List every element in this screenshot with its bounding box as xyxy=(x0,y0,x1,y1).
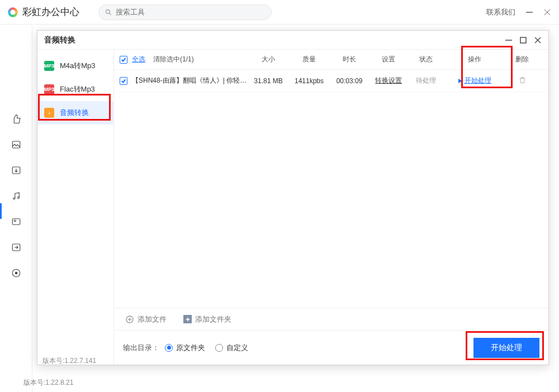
download-icon[interactable] xyxy=(11,165,21,175)
dialog-title: 音频转换 xyxy=(44,35,75,45)
audio-convert-dialog: 音频转换 MP3 M4a转Mp3 MP3 Flac转Mp3 ♪ 音频转换 xyxy=(37,30,549,365)
radio-custom-folder[interactable]: 自定义 xyxy=(215,343,248,353)
svg-rect-15 xyxy=(520,37,526,43)
empty-list-area xyxy=(114,92,548,308)
record-icon[interactable] xyxy=(11,268,21,278)
start-process-button[interactable]: 开始处理 xyxy=(473,338,539,358)
sidebar-item-m4a[interactable]: MP3 M4a转Mp3 xyxy=(37,54,113,78)
col-delete: 删除 xyxy=(505,55,539,64)
app-topbar: 彩虹办公中心 联系我们 xyxy=(0,0,559,25)
row-filename: 【SHN48-由蕗】翻唱《情人》| 你轻… xyxy=(132,76,248,85)
app-logo-icon xyxy=(8,7,18,17)
radio-source-folder[interactable]: 原文件夹 xyxy=(165,343,205,353)
add-folder-button[interactable]: 添加文件夹 xyxy=(183,314,231,324)
svg-line-1 xyxy=(110,13,111,15)
sidebar-label: 音频转换 xyxy=(60,108,89,118)
svg-point-7 xyxy=(13,198,15,199)
radio-dot-icon xyxy=(165,344,173,352)
select-all-checkbox[interactable] xyxy=(120,56,127,64)
trash-icon[interactable] xyxy=(518,76,527,84)
app-left-rail xyxy=(0,25,32,392)
svg-point-10 xyxy=(14,220,16,222)
table-row: 【SHN48-由蕗】翻唱《情人》| 你轻… 31.81 MB 1411kpbs … xyxy=(114,70,548,92)
arrow-icon[interactable] xyxy=(11,242,21,252)
search-input[interactable] xyxy=(116,8,266,16)
output-dir-label: 输出目录： xyxy=(123,343,159,353)
start-label: 开始处理 xyxy=(491,343,522,353)
add-folder-label: 添加文件夹 xyxy=(195,314,231,324)
search-icon xyxy=(105,8,112,16)
dialog-main: 全选 清除选中(1/1) 大小 质量 时长 设置 状态 操作 删除 【SHN48… xyxy=(113,50,548,365)
close-icon[interactable] xyxy=(543,8,551,16)
radio-src-label: 原文件夹 xyxy=(176,343,205,353)
music-icon[interactable] xyxy=(11,191,21,201)
dialog-titlebar: 音频转换 xyxy=(37,31,548,50)
col-duration: 时长 xyxy=(330,55,369,64)
thumbs-icon[interactable] xyxy=(11,114,21,124)
dlg-minimize-icon[interactable] xyxy=(505,36,513,44)
row-duration: 00:03:09 xyxy=(330,77,369,85)
dlg-maximize-icon[interactable] xyxy=(519,36,527,44)
row-start-link[interactable]: 开始处理 xyxy=(458,76,491,85)
svg-point-0 xyxy=(106,9,110,13)
row-status: 待处理 xyxy=(408,76,444,85)
svg-rect-5 xyxy=(12,141,20,148)
col-quality: 质量 xyxy=(288,55,330,64)
dialog-footer: 输出目录： 原文件夹 自定义 开始处理 xyxy=(114,330,548,365)
dlg-close-icon[interactable] xyxy=(534,36,542,44)
select-all-link[interactable]: 全选 xyxy=(132,55,145,64)
music-note-icon: ♪ xyxy=(44,108,54,118)
bg-footer: 版本号:1.22.8.21 xyxy=(23,378,73,388)
clear-selection-link[interactable]: 清除选中(1/1) xyxy=(153,55,194,64)
sidebar-item-audio-convert[interactable]: ♪ 音频转换 xyxy=(37,101,113,125)
play-icon xyxy=(458,79,462,83)
app-title: 彩虹办公中心 xyxy=(22,6,79,18)
picture-icon[interactable] xyxy=(11,217,21,227)
rail-active-indicator xyxy=(0,203,2,219)
row-setting-link[interactable]: 转换设置 xyxy=(375,77,402,84)
add-bar: 添加文件 添加文件夹 xyxy=(114,308,548,330)
radio-dot-icon xyxy=(215,344,223,352)
m4a-icon: MP3 xyxy=(44,61,54,71)
col-action: 操作 xyxy=(444,55,505,64)
contact-link[interactable]: 联系我们 xyxy=(486,7,515,17)
row-size: 31.81 MB xyxy=(248,77,288,85)
dialog-sidebar: MP3 M4a转Mp3 MP3 Flac转Mp3 ♪ 音频转换 xyxy=(37,50,113,365)
row-action-label: 开始处理 xyxy=(465,76,491,85)
add-file-label: 添加文件 xyxy=(138,314,167,324)
minimize-icon[interactable] xyxy=(525,8,533,16)
sidebar-item-flac[interactable]: MP3 Flac转Mp3 xyxy=(37,78,113,101)
svg-point-13 xyxy=(15,272,17,275)
radio-custom-label: 自定义 xyxy=(226,343,248,353)
col-status: 状态 xyxy=(408,55,444,64)
plus-square-icon xyxy=(183,315,192,323)
col-setting: 设置 xyxy=(369,55,408,64)
bg-version: 版本号:1.22.8.21 xyxy=(23,378,73,388)
col-size: 大小 xyxy=(248,55,288,64)
add-file-button[interactable]: 添加文件 xyxy=(125,314,167,324)
row-quality: 1411kpbs xyxy=(288,77,330,85)
sidebar-label: M4a转Mp3 xyxy=(60,61,96,71)
svg-rect-9 xyxy=(12,219,20,225)
plus-circle-icon xyxy=(125,315,134,324)
image-icon[interactable] xyxy=(11,140,21,150)
search-field[interactable] xyxy=(98,4,272,20)
sidebar-label: Flac转Mp3 xyxy=(60,84,95,94)
svg-point-8 xyxy=(17,197,19,199)
flac-icon: MP3 xyxy=(44,84,54,94)
dialog-version: 版本号:1.22.7.141 xyxy=(42,356,96,366)
row-checkbox[interactable] xyxy=(120,77,127,85)
column-header: 全选 清除选中(1/1) 大小 质量 时长 设置 状态 操作 删除 xyxy=(114,50,548,70)
